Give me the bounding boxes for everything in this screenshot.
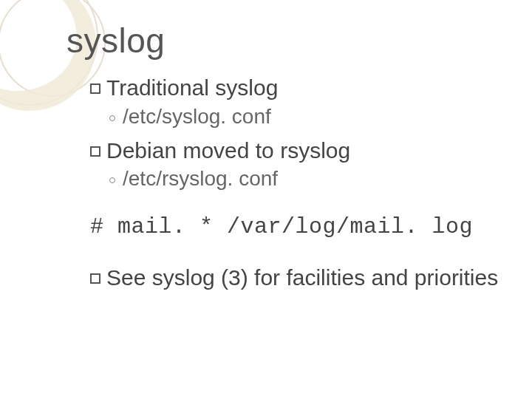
circle-bullet-icon bbox=[109, 177, 115, 183]
slide-title: syslog bbox=[66, 21, 532, 61]
bullet-text: See syslog (3) for facilities and priori… bbox=[106, 265, 498, 290]
slide: syslog Traditional syslog /etc/syslog. c… bbox=[0, 0, 532, 399]
square-bullet-icon bbox=[90, 146, 100, 157]
sub-bullet-item: /etc/rsyslog. conf bbox=[109, 166, 532, 191]
sub-bullet-item: /etc/syslog. conf bbox=[109, 103, 532, 129]
bullet-item: Traditional syslog bbox=[90, 74, 532, 102]
square-bullet-icon bbox=[90, 83, 100, 94]
sub-bullet-text: /etc/syslog. conf bbox=[123, 105, 271, 128]
slide-body: Traditional syslog /etc/syslog. conf Deb… bbox=[66, 74, 532, 291]
bullet-item: See syslog (3) for facilities and priori… bbox=[90, 264, 532, 292]
sub-bullet-text: /etc/rsyslog. conf bbox=[123, 167, 278, 190]
bullet-item: Debian moved to rsyslog bbox=[90, 137, 532, 165]
square-bullet-icon bbox=[90, 273, 100, 284]
bullet-text: Debian moved to rsyslog bbox=[106, 138, 350, 163]
bullet-text: Traditional syslog bbox=[106, 75, 278, 100]
code-example: # mail. * /var/log/mail. log bbox=[90, 214, 532, 242]
circle-bullet-icon bbox=[109, 115, 115, 121]
